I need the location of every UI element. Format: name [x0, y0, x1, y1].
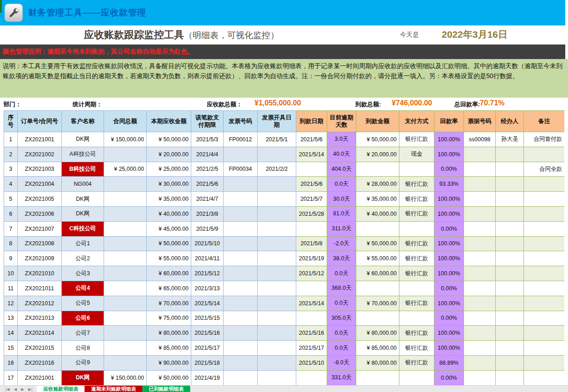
- table-cell[interactable]: 0.00%: [434, 281, 464, 296]
- table-cell[interactable]: [296, 281, 327, 296]
- table-cell[interactable]: ¥ 20,000.00: [147, 147, 191, 162]
- table-cell[interactable]: [464, 296, 496, 311]
- table-cell[interactable]: [496, 177, 524, 192]
- table-cell[interactable]: 公司7: [62, 326, 104, 341]
- table-cell[interactable]: [356, 221, 399, 236]
- table-cell[interactable]: [104, 236, 147, 251]
- table-cell[interactable]: 2021/5/17: [191, 341, 224, 356]
- column-header[interactable]: 支付方式: [399, 111, 434, 132]
- table-cell[interactable]: [224, 177, 258, 192]
- table-cell[interactable]: [104, 326, 147, 341]
- table-cell[interactable]: [464, 221, 496, 236]
- table-cell[interactable]: [258, 266, 296, 281]
- table-cell[interactable]: ¥ 35,000.00: [147, 192, 191, 207]
- column-header[interactable]: 备注: [524, 111, 565, 132]
- table-cell[interactable]: [496, 326, 524, 341]
- table-cell[interactable]: 81.0天: [327, 206, 356, 221]
- table-cell[interactable]: ¥ 80,000.00: [356, 326, 399, 341]
- table-cell[interactable]: ¥ 150,000.00: [104, 370, 147, 385]
- table-cell[interactable]: [104, 341, 147, 356]
- table-cell[interactable]: [524, 281, 565, 296]
- table-cell[interactable]: [524, 177, 565, 192]
- column-header[interactable]: 订单号/合同号: [18, 111, 62, 132]
- table-cell[interactable]: 305.0天: [327, 311, 356, 326]
- table-cell[interactable]: [496, 236, 524, 251]
- table-cell[interactable]: 银行汇款: [399, 355, 434, 370]
- table-cell[interactable]: ZX2021013: [18, 311, 62, 326]
- sheet-tab[interactable]: 逾期未到账款明细表: [85, 386, 142, 392]
- table-cell[interactable]: [524, 147, 565, 162]
- table-cell[interactable]: [464, 341, 496, 356]
- table-cell[interactable]: [496, 281, 524, 296]
- table-cell[interactable]: 现金: [399, 147, 434, 162]
- table-cell[interactable]: 100.00%: [434, 132, 464, 147]
- table-cell[interactable]: ZX2021003: [18, 162, 62, 177]
- table-cell[interactable]: 2021/5/14: [191, 296, 224, 311]
- table-cell[interactable]: [104, 147, 147, 162]
- table-cell[interactable]: ZX2021010: [18, 266, 62, 281]
- table-cell[interactable]: ¥ 150,000.00: [104, 132, 147, 147]
- table-cell[interactable]: [524, 326, 565, 341]
- table-cell[interactable]: 100.00%: [434, 206, 464, 221]
- table-cell[interactable]: ¥ 45,000.00: [147, 221, 191, 236]
- table-cell[interactable]: [356, 311, 399, 326]
- table-cell[interactable]: 0.0天: [327, 326, 356, 341]
- table-cell[interactable]: [104, 192, 147, 207]
- table-cell[interactable]: [258, 221, 296, 236]
- table-cell[interactable]: ¥ 60,000.00: [147, 266, 191, 281]
- table-cell[interactable]: 100.00%: [434, 341, 464, 356]
- table-cell[interactable]: [524, 370, 565, 385]
- table-cell[interactable]: ¥ 75,000.00: [147, 311, 191, 326]
- table-cell[interactable]: 3: [4, 162, 18, 177]
- table-cell[interactable]: [524, 311, 565, 326]
- table-cell[interactable]: 100.00%: [434, 251, 464, 266]
- table-cell[interactable]: 公司9: [62, 355, 104, 370]
- table-cell[interactable]: [104, 221, 147, 236]
- table-cell[interactable]: 公司3: [62, 266, 104, 281]
- table-cell[interactable]: 合同全款: [524, 162, 565, 177]
- table-cell[interactable]: 银行汇款: [399, 341, 434, 356]
- table-cell[interactable]: 16: [4, 355, 18, 370]
- table-cell[interactable]: 404.0天: [327, 162, 356, 177]
- column-header[interactable]: 经办人: [496, 111, 524, 132]
- table-cell[interactable]: 100.00%: [434, 326, 464, 341]
- column-header[interactable]: 该笔款支付期限: [191, 111, 224, 132]
- table-cell[interactable]: 10: [4, 266, 18, 281]
- table-cell[interactable]: [258, 236, 296, 251]
- table-cell[interactable]: [224, 370, 258, 385]
- table-cell[interactable]: 4: [4, 177, 18, 192]
- table-cell[interactable]: [464, 311, 496, 326]
- table-cell[interactable]: [496, 192, 524, 207]
- table-cell[interactable]: ¥ 80,000.00: [356, 355, 399, 370]
- table-cell[interactable]: [524, 355, 565, 370]
- table-cell[interactable]: FP00034: [224, 162, 258, 177]
- table-cell[interactable]: [296, 311, 327, 326]
- table-cell[interactable]: 17: [4, 370, 18, 385]
- table-cell[interactable]: [356, 281, 399, 296]
- table-cell[interactable]: 2021/5/15: [191, 311, 224, 326]
- table-cell[interactable]: 311.0天: [327, 221, 356, 236]
- table-cell[interactable]: ZX2021001: [18, 370, 62, 385]
- table-cell[interactable]: [464, 162, 496, 177]
- table-cell[interactable]: [224, 266, 258, 281]
- table-cell[interactable]: [464, 236, 496, 251]
- table-cell[interactable]: 9: [4, 251, 18, 266]
- table-cell[interactable]: ZX2021009: [18, 251, 62, 266]
- table-cell[interactable]: [524, 296, 565, 311]
- table-cell[interactable]: 2021/3/8: [191, 206, 224, 221]
- table-cell[interactable]: 银行汇款: [399, 251, 434, 266]
- table-cell[interactable]: [296, 162, 327, 177]
- table-cell[interactable]: [104, 281, 147, 296]
- table-cell[interactable]: 2021/5/14: [296, 147, 327, 162]
- table-cell[interactable]: 2021/4/11: [191, 251, 224, 266]
- table-cell[interactable]: [399, 311, 434, 326]
- table-cell[interactable]: 公司6: [62, 311, 104, 326]
- table-cell[interactable]: DK网: [62, 206, 104, 221]
- table-cell[interactable]: [258, 281, 296, 296]
- table-cell[interactable]: 公司5: [62, 296, 104, 311]
- table-cell[interactable]: -2.0天: [327, 236, 356, 251]
- table-cell[interactable]: [464, 251, 496, 266]
- table-cell[interactable]: 0.0天: [327, 266, 356, 281]
- table-cell[interactable]: 银行汇款: [399, 326, 434, 341]
- table-cell[interactable]: 30.0天: [327, 192, 356, 207]
